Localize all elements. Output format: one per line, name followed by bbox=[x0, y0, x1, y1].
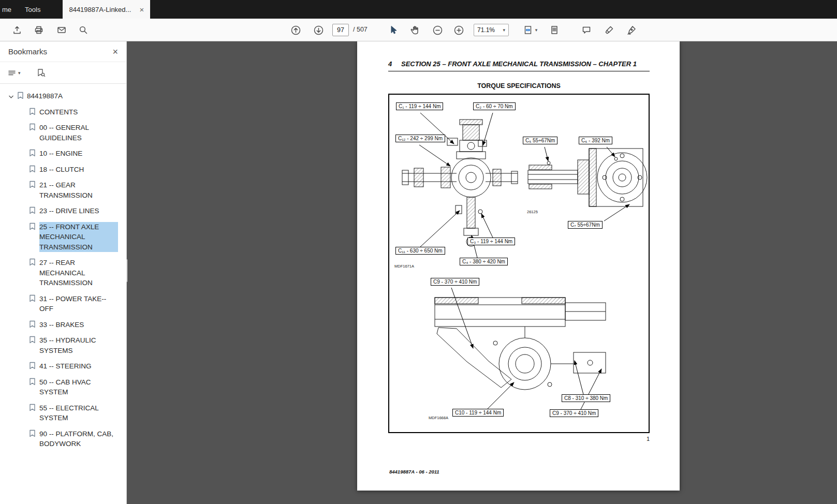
bookmark-item[interactable]: 18 -- CLUTCH bbox=[29, 165, 122, 175]
options-list-icon bbox=[7, 69, 17, 77]
bookmark-icon bbox=[29, 206, 36, 216]
bookmark-item[interactable]: 90 -- PLATFORM, CAB, BODYWORK bbox=[29, 429, 122, 449]
email-icon bbox=[56, 25, 67, 35]
bookmark-item[interactable]: 00 -- GENERAL GUIDELINES bbox=[29, 123, 122, 143]
callout-c3: C₃ - 119 ÷ 144 Nm bbox=[467, 238, 515, 245]
bookmark-icon bbox=[29, 108, 36, 117]
tab-tools-label: Tools bbox=[25, 6, 40, 13]
tab-home[interactable]: me bbox=[0, 0, 18, 19]
find-current-bookmark-button[interactable] bbox=[36, 68, 46, 78]
bookmark-icon bbox=[29, 404, 36, 413]
share-icon bbox=[12, 25, 22, 35]
panel-title: Bookmarks bbox=[8, 47, 47, 56]
zoom-level-value: 71.1% bbox=[477, 26, 495, 34]
document-canvas[interactable]: 4 SECTION 25 – FRONT AXLE MECHANICAL TRA… bbox=[127, 41, 837, 504]
bookmark-item[interactable]: 23 -- DRIVE LINES bbox=[29, 206, 122, 216]
bookmarks-panel-header: Bookmarks × bbox=[0, 41, 126, 62]
zoom-in-button[interactable] bbox=[451, 22, 466, 38]
search-icon bbox=[78, 25, 89, 35]
bookmark-item[interactable]: 21 -- GEAR TRANSMISSION bbox=[29, 180, 122, 200]
previous-page-button[interactable] bbox=[288, 22, 303, 38]
bookmarks-tree: 84419887A CONTENTS 00 -- GENERAL GUIDELI… bbox=[0, 84, 126, 449]
bookmark-icon bbox=[17, 92, 24, 101]
callout-c5: C₅ 55÷67Nm bbox=[523, 137, 557, 144]
bookmark-item[interactable]: 33 -- BRAKES bbox=[29, 320, 122, 330]
chevron-down-icon: ▾ bbox=[535, 27, 538, 33]
page-number: 4 bbox=[388, 60, 392, 68]
bookmark-root[interactable]: 84419887A bbox=[8, 91, 122, 101]
bookmark-item[interactable]: 50 -- CAB HVAC SYSTEM bbox=[29, 377, 122, 397]
callout-c1: C₁ - 119 ÷ 144 Nm bbox=[396, 102, 443, 110]
tab-document-label: 84419887A-Linked... bbox=[69, 6, 131, 13]
comment-icon bbox=[581, 25, 592, 35]
workspace: Bookmarks × ▾ bbox=[0, 41, 837, 504]
pdf-page: 4 SECTION 25 – FRONT AXLE MECHANICAL TRA… bbox=[357, 41, 680, 491]
tab-document[interactable]: 84419887A-Linked... × bbox=[63, 0, 150, 19]
figure-ref-right: 26125 bbox=[527, 210, 538, 214]
bookmark-icon bbox=[29, 181, 36, 190]
next-page-button[interactable] bbox=[311, 22, 326, 38]
bookmark-options-button[interactable]: ▾ bbox=[7, 69, 21, 77]
print-button[interactable] bbox=[31, 22, 47, 38]
bookmark-item[interactable]: 55 -- ELECTRICAL SYSTEM bbox=[29, 403, 122, 423]
figure-ref-bottom: MDF1668A bbox=[429, 416, 448, 420]
torque-figure: C₁ - 119 ÷ 144 Nm C₂ - 60 ÷ 70 Nm C₁₂ - … bbox=[388, 94, 650, 433]
hand-tool-button[interactable] bbox=[407, 22, 422, 38]
tab-bar: me Tools 84419887A-Linked... × bbox=[0, 0, 837, 19]
bookmark-icon bbox=[29, 294, 36, 304]
page-count: / 507 bbox=[353, 26, 368, 33]
zoom-level-dropdown[interactable]: 71.1% ▾ bbox=[474, 24, 509, 36]
callout-c10: C10 - 119 ÷ 144 Nm bbox=[452, 409, 504, 417]
bookmark-item[interactable]: 41 -- STEERING bbox=[29, 361, 122, 372]
bookmark-item[interactable]: 27 -- REAR MECHANICAL TRANSMISSION bbox=[29, 258, 122, 288]
bookmark-item-selected[interactable]: 25 -- FRONT AXLE MECHANICAL TRANSMISSION bbox=[29, 222, 122, 253]
zoom-out-button[interactable] bbox=[430, 22, 445, 38]
email-button[interactable] bbox=[54, 22, 69, 38]
page-display-icon bbox=[549, 25, 560, 35]
fit-width-dropdown[interactable]: ▾ bbox=[519, 22, 541, 38]
tab-tools[interactable]: Tools bbox=[18, 0, 47, 19]
comment-button[interactable] bbox=[579, 22, 594, 38]
bookmark-root-label: 84419887A bbox=[27, 91, 106, 101]
page-header: 4 SECTION 25 – FRONT AXLE MECHANICAL TRA… bbox=[388, 60, 650, 71]
tab-home-label: me bbox=[2, 6, 11, 13]
page-down-icon bbox=[313, 25, 324, 36]
figure-ref-top: MDF1671A bbox=[394, 264, 414, 269]
section-header: SECTION 25 – FRONT AXLE MECHANICAL TRANS… bbox=[388, 60, 650, 68]
share-button[interactable] bbox=[9, 22, 25, 38]
bookmark-item[interactable]: 31 -- POWER TAKE--OFF bbox=[29, 294, 122, 314]
highlighter-icon bbox=[604, 25, 614, 35]
callout-c2: C₂ - 60 ÷ 70 Nm bbox=[473, 102, 516, 110]
callout-c8: C8 - 310 ÷ 380 Nm bbox=[562, 394, 610, 402]
chevron-down-icon: ▾ bbox=[18, 70, 21, 76]
bookmark-item[interactable]: CONTENTS bbox=[29, 107, 122, 117]
bookmark-icon bbox=[29, 362, 36, 371]
bookmark-item[interactable]: 35 -- HYDRAULIC SYSTEMS bbox=[29, 335, 122, 355]
search-button[interactable] bbox=[76, 22, 91, 38]
figure-page-number: 1 bbox=[388, 436, 650, 442]
select-tool-icon bbox=[388, 25, 398, 35]
page-number-input[interactable] bbox=[332, 24, 349, 36]
fit-width-icon bbox=[523, 25, 533, 35]
chevron-down-icon[interactable] bbox=[8, 93, 14, 100]
sign-pen-icon bbox=[626, 25, 637, 35]
bookmarks-panel: Bookmarks × ▾ bbox=[0, 41, 127, 504]
bookmark-icon bbox=[29, 123, 36, 132]
bookmark-icon bbox=[29, 336, 36, 345]
highlight-button[interactable] bbox=[601, 22, 617, 38]
zoom-in-icon bbox=[453, 25, 464, 36]
close-panel-icon[interactable]: × bbox=[112, 47, 118, 56]
page-up-icon bbox=[290, 25, 301, 36]
bookmark-icon bbox=[29, 223, 36, 232]
print-icon bbox=[34, 25, 44, 35]
find-current-bookmark-icon bbox=[36, 68, 46, 78]
page-display-button[interactable] bbox=[547, 22, 562, 38]
close-tab-icon[interactable]: × bbox=[139, 6, 144, 13]
bookmark-item[interactable]: 10 -- ENGINE bbox=[29, 149, 122, 159]
callout-c9-bottom: C9 - 370 ÷ 410 Nm bbox=[550, 409, 598, 417]
bookmark-icon bbox=[29, 429, 36, 439]
callout-c9-top: C9 - 370 ÷ 410 Nm bbox=[431, 278, 479, 286]
sign-button[interactable] bbox=[624, 22, 639, 38]
select-tool-button[interactable] bbox=[385, 22, 401, 38]
callout-c12: C₁₂ - 242 ÷ 299 Nm bbox=[395, 135, 445, 142]
